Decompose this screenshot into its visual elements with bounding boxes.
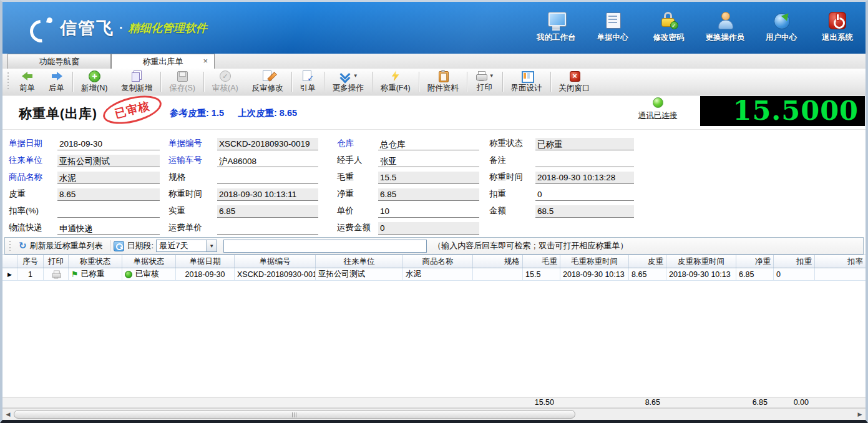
col-header-product[interactable]: 商品名称 <box>403 255 473 268</box>
handler-field[interactable]: 张亚 <box>378 155 479 167</box>
col-header-print[interactable]: 打印 <box>44 255 69 268</box>
actual-weight-field[interactable]: 6.85 <box>217 205 318 218</box>
app-window: 信管飞 · 精细化管理软件 我的工作台 单据中心 ✓ 修改密码 更换操作员 <box>0 0 868 423</box>
switch-operator-icon <box>716 12 734 29</box>
product-name-field[interactable]: 水泥 <box>57 172 160 184</box>
form-column-4: 称重状态已称重 备注 称重时间2018-09-30 10:13:28 扣重0 金… <box>489 134 634 218</box>
col-header-spec[interactable]: 规格 <box>473 255 523 268</box>
col-header-tare-time[interactable]: 皮重称重时间 <box>666 255 736 268</box>
col-header-tare[interactable]: 皮重 <box>629 255 666 268</box>
cell-deduct[interactable]: 0 <box>774 268 815 280</box>
amount-field[interactable]: 68.5 <box>535 205 634 218</box>
refresh-icon: ↻ <box>19 241 27 250</box>
tab-function-navigator[interactable]: 功能导航窗 <box>7 54 111 69</box>
search-input[interactable] <box>223 240 427 253</box>
gross-weight-field[interactable]: 15.5 <box>378 172 479 184</box>
remark-field[interactable] <box>535 155 634 167</box>
col-header-gross[interactable]: 毛重 <box>523 255 560 268</box>
col-header-doc-no[interactable]: 单据编号 <box>235 255 316 268</box>
warehouse-field[interactable]: 总仓库 <box>378 138 479 150</box>
net-weight-field[interactable]: 6.85 <box>378 188 479 201</box>
cell-net[interactable]: 6.85 <box>736 268 774 280</box>
partner-field[interactable]: 亚拓公司测试 <box>57 155 160 167</box>
cell-weigh-status[interactable]: ⚑已称重 <box>69 268 122 280</box>
refresh-list-button[interactable]: ↻ 刷新最近称重单列表 <box>15 239 107 253</box>
deduct-weight-field[interactable]: 0 <box>535 188 634 201</box>
tab-weigh-outbound[interactable]: 称重出库单 × <box>111 54 215 69</box>
freight-price-field[interactable] <box>217 222 318 235</box>
change-password-button[interactable]: ✓ 修改密码 <box>650 12 688 43</box>
horizontal-scrollbar[interactable]: ◀ ▶ <box>2 408 866 420</box>
cell-tare-time[interactable]: 2018-09-30 10:13 <box>666 268 736 280</box>
date-range-select[interactable]: 最近7天 ▼ <box>156 240 217 252</box>
vehicle-no-field[interactable]: 沪A86008 <box>217 155 318 167</box>
col-header-gross-time[interactable]: 毛重称重时间 <box>560 255 629 268</box>
col-header-deduct-rate[interactable]: 扣率 <box>815 255 866 268</box>
cell-seq[interactable]: 1 <box>17 268 44 280</box>
switch-operator-button[interactable]: 更换操作员 <box>706 12 745 43</box>
exit-system-button[interactable]: 退出系统 <box>818 12 857 43</box>
connection-status[interactable]: 通讯已连接 <box>630 97 686 121</box>
audited-stamp: 已审核 <box>100 90 165 129</box>
save-button[interactable]: 保存(S) <box>162 69 202 95</box>
weigh-status-field[interactable]: 已称重 <box>535 138 634 150</box>
cell-deduct-rate[interactable] <box>815 268 866 280</box>
connection-label: 通讯已连接 <box>638 110 678 121</box>
doc-date-field[interactable]: 2018-09-30 <box>57 138 160 150</box>
tab-close-icon[interactable]: × <box>203 57 208 65</box>
next-doc-button[interactable]: 后单 <box>42 69 71 95</box>
brand-logo-icon <box>29 17 54 39</box>
row-printer-icon[interactable] <box>51 270 60 278</box>
new-button[interactable]: 新增(N) <box>74 69 114 95</box>
more-actions-button[interactable]: ▼ 更多操作 <box>326 69 371 95</box>
doc-no-field[interactable]: XSCKD-20180930-0019 <box>217 138 318 150</box>
close-window-button[interactable]: 关闭窗口 <box>552 69 597 95</box>
weigh-time-field[interactable]: 2018-09-30 10:13:11 <box>217 188 318 201</box>
print-button[interactable]: ▼ 打印 <box>469 69 501 95</box>
cell-tare[interactable]: 8.65 <box>629 268 666 280</box>
combo-dropdown-icon[interactable]: ▼ <box>206 240 217 251</box>
attachment-button[interactable]: 附件资料 <box>421 69 466 95</box>
document-center-button[interactable]: 单据中心 <box>593 12 632 43</box>
cell-doc-date[interactable]: 2018-09-30 <box>176 268 235 280</box>
unit-price-field[interactable]: 10 <box>378 205 479 218</box>
cell-spec[interactable] <box>473 268 523 280</box>
logistics-field[interactable]: 申通快递 <box>57 222 160 235</box>
col-header-doc-date[interactable]: 单据日期 <box>176 255 235 268</box>
toolbar-grip <box>6 72 11 91</box>
cell-gross[interactable]: 15.5 <box>523 268 560 280</box>
scroll-right-arrow-icon[interactable]: ▶ <box>856 410 864 419</box>
col-header-seq[interactable]: 序号 <box>17 255 44 268</box>
cell-doc-no[interactable]: XSCKD-20180930-0019 <box>235 268 316 280</box>
cell-partner[interactable]: 亚拓公司测试 <box>316 268 403 280</box>
col-header-net[interactable]: 净重 <box>736 255 774 268</box>
unaudit-edit-button[interactable]: 反审修改 <box>245 69 290 95</box>
col-header-deduct[interactable]: 扣重 <box>774 255 815 268</box>
freight-amount-field[interactable]: 0 <box>378 222 479 235</box>
prev-doc-button[interactable]: 前单 <box>12 69 42 95</box>
col-header-doc-status[interactable]: 单据状态 <box>122 255 176 268</box>
tare-weight-field[interactable]: 8.65 <box>57 188 160 201</box>
cell-print[interactable] <box>44 268 69 280</box>
summary-net: 6.85 <box>736 397 774 407</box>
audit-button[interactable]: 审核(A) <box>205 69 245 95</box>
cell-doc-status[interactable]: 已审核 <box>122 268 176 280</box>
col-header-weigh-status[interactable]: 称重状态 <box>69 255 122 268</box>
cell-gross-time[interactable]: 2018-09-30 10:13 <box>560 268 629 280</box>
table-row[interactable]: ▶ 1 ⚑已称重 已审核 2018-09-30 XSCKD-20180930-0… <box>2 268 866 281</box>
scrollbar-thumb[interactable] <box>14 410 575 419</box>
user-center-button[interactable]: 用户中心 <box>762 12 801 43</box>
cell-product[interactable]: 水泥 <box>403 268 473 280</box>
app-header: 信管飞 · 精细化管理软件 我的工作台 单据中心 ✓ 修改密码 更换操作员 <box>2 2 866 54</box>
weigh-time2-field[interactable]: 2018-09-30 10:13:28 <box>535 172 634 184</box>
scroll-left-arrow-icon[interactable]: ◀ <box>4 410 12 419</box>
import-doc-button[interactable]: 引单 <box>293 69 323 95</box>
deduct-rate-field[interactable] <box>57 205 160 218</box>
col-header-partner[interactable]: 往来单位 <box>316 255 403 268</box>
weigh-button[interactable]: 称重(F4) <box>374 69 417 95</box>
spec-field[interactable] <box>217 172 318 184</box>
ui-design-button[interactable]: 界面设计 <box>504 69 549 95</box>
copy-new-button[interactable]: 复制新增 <box>114 69 159 95</box>
my-workbench-button[interactable]: 我的工作台 <box>537 12 576 43</box>
weigh-form: 单据日期2018-09-30 往来单位亚拓公司测试 商品名称水泥 皮重8.65 … <box>2 130 866 237</box>
